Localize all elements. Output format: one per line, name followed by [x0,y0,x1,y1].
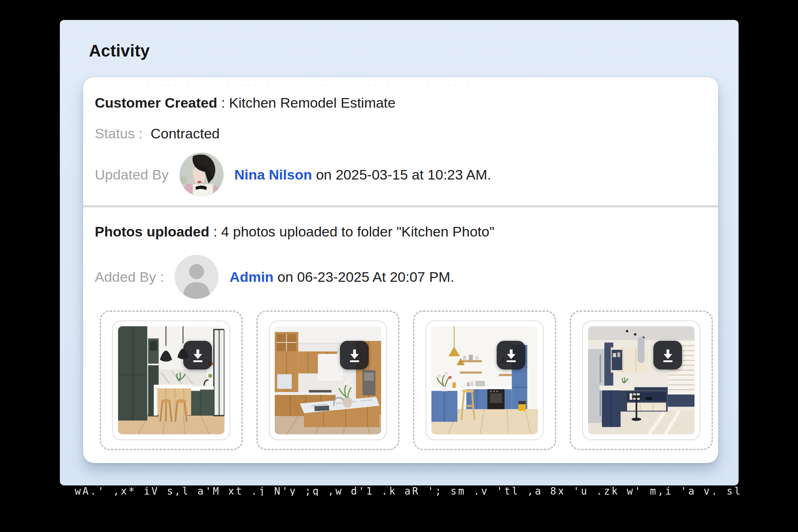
download-icon [190,347,206,364]
download-button[interactable] [653,341,682,369]
photo-inner-card [426,320,544,440]
added-by-label: Added By : [95,268,164,286]
entry-divider [83,205,718,207]
photo-card [100,310,243,450]
status-row: Status : Contracted [95,125,707,142]
photo-inner-card [112,320,230,440]
entry-customer-created-title: Customer Created : Kitchen Remodel Estim… [95,94,707,111]
photo-grid [100,310,713,450]
user-link-admin[interactable]: Admin [229,269,273,285]
screen: Activity - -- - - --- - - - - --- -- - -… [0,0,798,532]
person-icon [175,255,219,299]
download-button[interactable] [340,341,369,369]
top-artifact-strip: - -- - - --- - - - - --- -- - - --- - - … [100,81,702,87]
bottom-artifact-strip: wA.' ,x* iV s,l a'M xt .j N'y ;q ,w d'1 … [75,485,748,496]
added-by-date: on 06-23-2025 At 20:07 PM. [278,269,454,285]
download-button[interactable] [183,341,212,369]
status-value: Contracted [150,126,219,141]
activity-panel: Activity - -- - - --- - - - - --- -- - -… [60,20,739,485]
download-icon [346,347,363,364]
download-icon [660,347,676,364]
photo-inner-card [269,320,387,440]
activity-card: - -- - - --- - - - - --- -- - - --- - - … [83,77,718,463]
entry1-label: Customer Created [95,95,217,111]
updated-by-row: Updated By [95,151,707,198]
photo-card [570,310,713,450]
entry1-value: : Kitchen Remodel Estimate [217,95,396,111]
photo-inner-card [582,320,700,440]
download-button[interactable] [497,341,525,369]
photo-card [256,310,399,450]
page-title: Activity [89,42,150,60]
updated-by-label: Updated By [95,166,169,183]
entry2-label: Photos uploaded [95,224,209,239]
added-by-row: Added By : Admin on 06-23-2025 At 20:07 … [95,254,707,300]
admin-avatar [175,255,219,299]
download-icon [503,347,520,364]
updated-by-date: on 2025-03-15 at 10:23 AM. [316,167,491,182]
photo-card [413,310,556,450]
nina-avatar [180,153,224,197]
entry2-value: : 4 photos uploaded to folder "Kitchen P… [209,224,495,239]
user-link-nina[interactable]: Nina Nilson [234,167,312,182]
woman-portrait-icon [180,153,224,197]
status-label: Status : [95,126,143,141]
entry-photos-uploaded-title: Photos uploaded : 4 photos uploaded to f… [95,223,707,240]
